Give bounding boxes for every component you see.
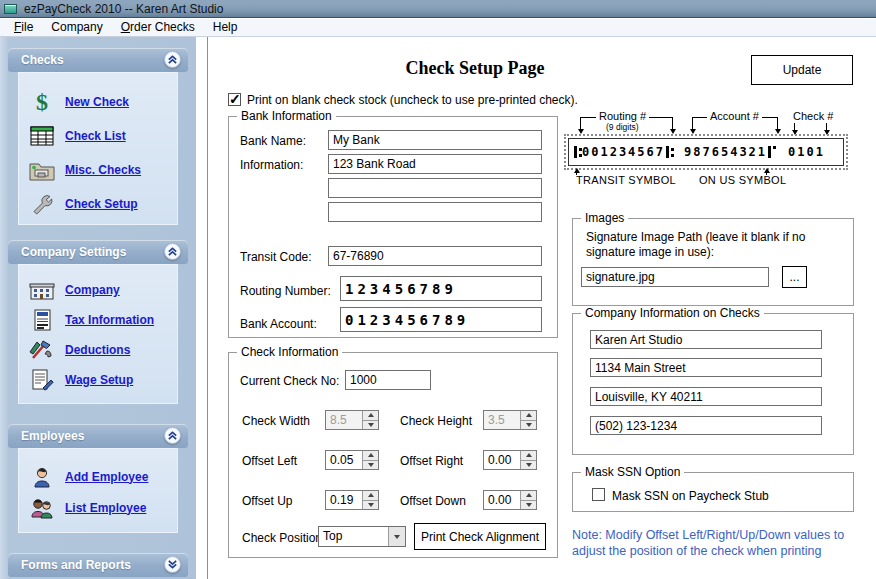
stepper-value: 0.00 (484, 451, 520, 469)
check-sample-diagram: Routing # (9 digits) Account # Check # 0… (568, 110, 856, 194)
check-height-label: Check Height (400, 414, 472, 428)
sidebar-item-add-employee[interactable]: Add Employee (19, 461, 177, 492)
sidebar-item-check-setup[interactable]: Check Setup (19, 187, 177, 221)
routing-label: Routing # (596, 110, 649, 122)
menu-company[interactable]: Company (42, 19, 111, 36)
routing-number-input[interactable] (340, 276, 542, 301)
stepper-up-button[interactable] (521, 451, 536, 461)
sidebar-link-label[interactable]: Misc. Checks (65, 163, 141, 177)
browse-button[interactable]: ... (782, 266, 807, 288)
menu-order-checks[interactable]: Order Checks (112, 19, 204, 36)
tax-form-icon (19, 308, 65, 332)
table-icon (19, 124, 65, 148)
group-label: Check Information (237, 345, 342, 359)
micr-account-digits: 987654321 (684, 145, 767, 159)
check-position-select[interactable]: Top (318, 526, 406, 547)
sidebar-item-company[interactable]: Company (19, 275, 177, 305)
stepper-down-button[interactable] (363, 501, 378, 510)
svg-text:$: $ (36, 89, 48, 115)
sidebar-panel-employees: Add Employee List Employee (18, 448, 178, 533)
stepper-value: 0.05 (326, 451, 362, 469)
sidebar-panel-checks: $ New Check Check List Misc. Checks (18, 72, 178, 225)
person-icon (19, 466, 65, 488)
menubar: File Company Order Checks Help (0, 19, 876, 37)
collapse-chevron-icon[interactable] (164, 427, 181, 444)
sidebar-link-label[interactable]: Deductions (65, 343, 130, 357)
sidebar-link-label[interactable]: Company (65, 283, 120, 297)
stepper-value: 0.00 (484, 491, 520, 509)
micr-sample-strip: 001234567 987654321 0101 (568, 138, 844, 166)
sidebar-link-label[interactable]: Check Setup (65, 197, 138, 211)
offset-up-stepper[interactable]: 0.19 (325, 490, 379, 510)
menu-file[interactable]: File (5, 19, 42, 36)
sidebar-section-forms-reports[interactable]: Forms and Reports (8, 553, 188, 577)
bank-name-input[interactable] (328, 130, 542, 150)
mask-ssn-checkbox[interactable] (592, 488, 605, 501)
bank-account-input[interactable] (340, 307, 542, 332)
stepper-up-button[interactable] (363, 451, 378, 461)
bank-information-input[interactable] (328, 154, 542, 174)
stepper-up-button[interactable] (521, 491, 536, 501)
sidebar-panel-company-settings: Company Tax Information Deductions Wage … (18, 264, 178, 404)
expand-chevron-icon[interactable] (164, 556, 181, 573)
company-city-input[interactable] (590, 387, 822, 406)
check-number-label: Check # (790, 110, 836, 122)
sidebar-item-list-employee[interactable]: List Employee (19, 492, 177, 523)
offset-down-label: Offset Down (400, 494, 466, 508)
company-name-input[interactable] (590, 330, 822, 349)
selected-option: Top (319, 527, 388, 546)
group-label: Bank Information (237, 109, 336, 123)
sidebar-item-new-check[interactable]: $ New Check (19, 85, 177, 119)
company-phone-input[interactable] (590, 416, 822, 435)
chevron-down-icon[interactable] (388, 527, 405, 546)
routing-sublabel: (9 digits) (603, 122, 642, 132)
offset-left-label: Offset Left (242, 454, 297, 468)
dollar-icon: $ (19, 89, 65, 115)
menu-help[interactable]: Help (204, 19, 247, 36)
stepper-down-button[interactable] (363, 461, 378, 470)
current-check-no-input[interactable] (345, 370, 431, 390)
folder-printer-icon (19, 158, 65, 182)
section-title: Forms and Reports (21, 558, 131, 572)
print-blank-stock-checkbox[interactable] (228, 93, 241, 106)
sidebar-item-check-list[interactable]: Check List (19, 119, 177, 153)
sidebar-item-wage-setup[interactable]: Wage Setup (19, 365, 177, 395)
collapse-chevron-icon[interactable] (164, 243, 181, 260)
onus-symbol-label: ON US SYMBOL (699, 174, 786, 186)
sidebar-section-company-settings[interactable]: Company Settings (8, 240, 188, 264)
tools-icon (19, 338, 65, 362)
bank-information-input-2[interactable] (328, 178, 542, 198)
transit-code-input[interactable] (328, 246, 542, 266)
sidebar-link-label[interactable]: Tax Information (65, 313, 154, 327)
stepper-down-button[interactable] (521, 501, 536, 510)
sidebar-link-label[interactable]: New Check (65, 95, 129, 109)
sidebar-link-label[interactable]: Check List (65, 129, 126, 143)
collapse-chevron-icon[interactable] (164, 51, 181, 68)
transit-symbol-icon (665, 145, 674, 159)
sidebar-section-employees[interactable]: Employees (8, 424, 188, 448)
sidebar-item-deductions[interactable]: Deductions (19, 335, 177, 365)
sidebar-link-label[interactable]: Add Employee (65, 470, 148, 484)
check-height-stepper: 3.5 (483, 410, 537, 430)
sidebar-item-misc-checks[interactable]: Misc. Checks (19, 153, 177, 187)
sidebar-section-checks[interactable]: Checks (8, 48, 188, 72)
signature-path-label: Signature Image Path (leave it blank if … (586, 230, 838, 260)
sidebar-link-label[interactable]: Wage Setup (65, 373, 133, 387)
stepper-up-button (363, 411, 378, 421)
offset-down-stepper[interactable]: 0.00 (483, 490, 537, 510)
stepper-down-button[interactable] (521, 461, 536, 470)
print-blank-stock-label: Print on blank check stock (uncheck to u… (247, 93, 578, 107)
company-street-input[interactable] (590, 358, 822, 377)
print-check-alignment-button[interactable]: Print Check Alignment (414, 523, 546, 550)
update-button[interactable]: Update (751, 55, 853, 85)
sidebar-item-tax-information[interactable]: Tax Information (19, 305, 177, 335)
offset-left-stepper[interactable]: 0.05 (325, 450, 379, 470)
routing-number-label: Routing Number: (240, 284, 331, 298)
sidebar-link-label[interactable]: List Employee (65, 501, 146, 515)
group-label: Company Information on Checks (581, 306, 764, 320)
bank-information-input-3[interactable] (328, 202, 542, 222)
wage-document-icon (19, 368, 65, 392)
stepper-up-button[interactable] (363, 491, 378, 501)
offset-right-stepper[interactable]: 0.00 (483, 450, 537, 470)
signature-path-input[interactable] (581, 267, 769, 287)
